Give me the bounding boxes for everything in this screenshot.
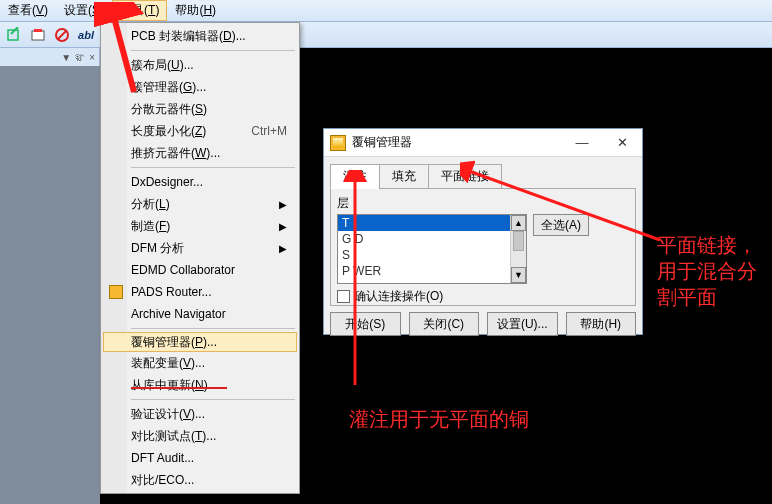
dialog-tabbody: 层 T G D S P WER ▲ ▼ 全选(A) 确认连接操作(O) [330,188,636,306]
menu-item[interactable]: DFT Audit... [103,447,297,469]
dialog-title: 覆铜管理器 [352,134,412,151]
menu-item[interactable]: Archive Navigator [103,303,297,325]
scroll-thumb[interactable] [513,231,524,251]
start-button[interactable]: 开始(S) [330,312,401,336]
menu-item[interactable]: EDMD Collaborator [103,259,297,281]
checkbox-box[interactable] [337,290,350,303]
svg-line-4 [58,31,66,39]
menu-item[interactable]: 验证设计(V)... [103,403,297,425]
tb-icon-2[interactable] [28,25,48,45]
menu-item[interactable]: 从库中更新(N)... [103,374,297,396]
annotation-text-bottom: 灌注用于无平面的铜 [349,406,529,432]
dialog-close-icon[interactable]: ✕ [602,130,642,156]
menu-item[interactable]: 对比测试点(T)... [103,425,297,447]
menu-item[interactable]: 制造(F)▶ [103,215,297,237]
menu-item[interactable]: 分析(L)▶ [103,193,297,215]
tools-dropdown: PCB 封装编辑器(D)...簇布局(U)...簇管理器(G)...分散元器件(… [100,22,300,494]
svg-rect-2 [34,29,42,32]
layer-listbox[interactable]: T G D S P WER ▲ ▼ [337,214,527,284]
dialog-titlebar[interactable]: 覆铜管理器 — ✕ [324,129,642,157]
menu-separator [131,328,295,329]
dialog-tabs: 灌注 填充 平面链接 [330,163,636,188]
annotation-text-right: 平面链接，用于混合分割平面 [657,232,767,310]
layer-label: 层 [337,195,629,212]
menu-view[interactable]: 查看(V) [0,0,56,21]
select-all-button[interactable]: 全选(A) [533,214,589,236]
menu-bar: 查看(V) 设置(S) 工具(T) 帮助(H) [0,0,772,22]
menu-item[interactable]: 推挤元器件(W)... [103,142,297,164]
dialog-app-icon [330,135,346,151]
list-item[interactable]: T [338,215,526,231]
menu-tools[interactable]: 工具(T) [112,0,167,21]
menu-item[interactable]: 装配变量(V)... [103,352,297,374]
menu-item[interactable]: 簇布局(U)... [103,54,297,76]
menu-item[interactable]: 分散元器件(S) [103,98,297,120]
tb-icon-4[interactable]: abl [76,25,96,45]
scroll-down-icon[interactable]: ▼ [511,267,526,283]
tab-flood[interactable]: 灌注 [330,164,380,189]
list-item[interactable]: G D [338,231,526,247]
help-button[interactable]: 帮助(H) [566,312,637,336]
menu-item[interactable]: PCB 封装编辑器(D)... [103,25,297,47]
menu-item[interactable]: 对比/ECO... [103,469,297,491]
confirm-connect-checkbox[interactable]: 确认连接操作(O) [337,288,629,305]
pour-manager-dialog: 覆铜管理器 — ✕ 灌注 填充 平面链接 层 T G D S P WER ▲ ▼… [323,128,643,335]
menu-separator [131,399,295,400]
tb-icon-3[interactable] [52,25,72,45]
panel-pin-icon[interactable]: ꆌ [75,52,85,63]
dialog-minimize-icon[interactable]: — [562,130,602,156]
tb-icon-1[interactable] [4,25,24,45]
submenu-arrow-icon: ▶ [279,243,287,254]
panel-dropdown-icon[interactable]: ▼ [61,52,71,63]
close-button[interactable]: 关闭(C) [409,312,480,336]
submenu-arrow-icon: ▶ [279,199,287,210]
panel-close-icon[interactable]: × [89,52,95,63]
list-item[interactable]: P WER [338,263,526,279]
menu-settings[interactable]: 设置(S) [56,0,112,21]
settings-button[interactable]: 设置(U)... [487,312,558,336]
submenu-arrow-icon: ▶ [279,221,287,232]
menu-separator [131,167,295,168]
pads-icon [107,283,125,301]
checkbox-label: 确认连接操作(O) [354,288,443,305]
menu-separator [131,50,295,51]
annotation-underline [131,387,227,389]
menu-help[interactable]: 帮助(H) [167,0,224,21]
dialog-button-row: 开始(S) 关闭(C) 设置(U)... 帮助(H) [324,312,642,342]
menu-item[interactable]: DFM 分析▶ [103,237,297,259]
left-panel-bg [0,66,100,504]
menu-item[interactable]: 长度最小化(Z)Ctrl+M [103,120,297,142]
menu-item[interactable]: 覆铜管理器(P)... [103,332,297,352]
scroll-up-icon[interactable]: ▲ [511,215,526,231]
menu-item[interactable]: 簇管理器(G)... [103,76,297,98]
panel-controls: ▼ ꆌ × [0,48,100,66]
menu-shortcut: Ctrl+M [251,124,287,138]
tab-plane-connect[interactable]: 平面链接 [428,164,502,189]
svg-rect-1 [32,31,44,40]
tab-fill[interactable]: 填充 [379,164,429,189]
menu-item[interactable]: PADS Router... [103,281,297,303]
menu-item[interactable]: DxDesigner... [103,171,297,193]
list-item[interactable]: S [338,247,526,263]
listbox-scrollbar[interactable]: ▲ ▼ [510,215,526,283]
